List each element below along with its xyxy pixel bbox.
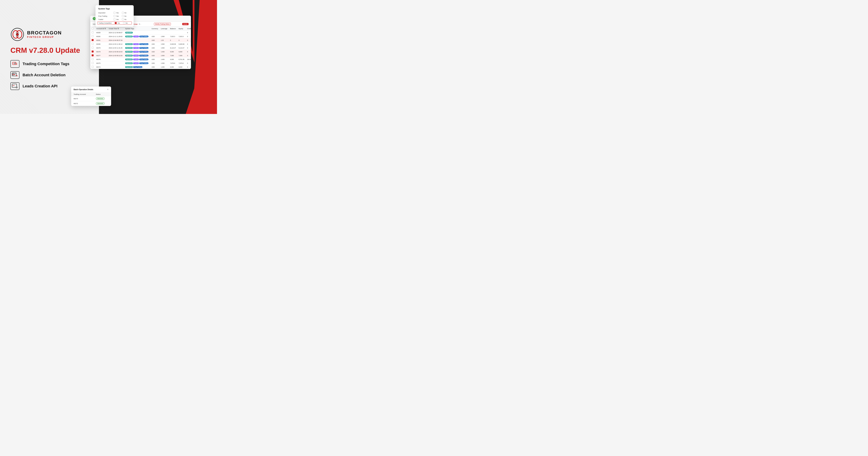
feature-icon-batch bbox=[10, 71, 20, 79]
col-create-time: Create Time ⇅ bbox=[107, 27, 124, 31]
table-row: 60281 2024-12-04 08:37:26 USD 1:25 0 0 0… bbox=[90, 38, 191, 42]
deposited-yes-group[interactable]: Yes bbox=[114, 12, 119, 14]
tag-row-traded: Traded Yes No bbox=[98, 19, 131, 20]
row-credit: 0 bbox=[186, 50, 191, 54]
table-row: 60283 2024-12-12 09:08:07 Deposited 0 98… bbox=[90, 31, 191, 34]
row-checkbox-cell bbox=[90, 50, 95, 54]
row-checkbox-cell bbox=[90, 34, 95, 38]
deposited-yes-checkbox[interactable] bbox=[114, 12, 116, 14]
row-system-tags: DepositedTradedProp Trading bbox=[124, 34, 150, 38]
row-checkbox[interactable] bbox=[92, 66, 94, 68]
feature-icon-api: API bbox=[10, 82, 20, 90]
tag-traded: Traded bbox=[133, 51, 139, 53]
row-checkbox[interactable] bbox=[92, 51, 94, 53]
prop-no-group[interactable]: No bbox=[122, 15, 127, 17]
competition-yes-label: Yes bbox=[117, 22, 120, 24]
row-balance: 9,000 bbox=[169, 57, 177, 61]
row-checkbox[interactable] bbox=[92, 54, 94, 56]
tag-prop-trading: Prop Trading bbox=[139, 47, 148, 49]
tag-icon bbox=[12, 61, 18, 66]
row-checkbox[interactable] bbox=[92, 31, 94, 33]
table-row: 60277 2024-12-03 08:13:26 DepositedTrade… bbox=[90, 54, 191, 57]
row-create-time: 2024-12-03 08:19:03 bbox=[107, 50, 124, 54]
col-leverage: Leverage bbox=[159, 27, 168, 31]
batch-table: Trading Account Status 60273 Success 602… bbox=[71, 93, 111, 106]
tag-name-traded: Traded bbox=[98, 19, 112, 20]
feature-icon-tag bbox=[10, 60, 20, 68]
batch-account: 60273 bbox=[71, 96, 93, 101]
row-balance: 5,928.58 bbox=[169, 42, 177, 46]
traded-no-checkbox[interactable] bbox=[122, 19, 124, 20]
row-currency: USD bbox=[150, 38, 159, 42]
row-leverage: 1:400 bbox=[159, 50, 168, 54]
row-leverage: 1:300 bbox=[159, 61, 168, 65]
tag-deposited: Deposited bbox=[125, 59, 133, 60]
row-system-tags: DepositedTradedProp Trading bbox=[124, 61, 150, 65]
svg-point-24 bbox=[17, 87, 17, 88]
api-icon: API bbox=[12, 84, 18, 89]
row-checkbox[interactable] bbox=[92, 39, 94, 41]
row-checkbox[interactable] bbox=[92, 62, 94, 64]
row-currency bbox=[150, 31, 159, 34]
row-equity: 9,000 bbox=[177, 50, 186, 54]
row-leverage: 1:500 bbox=[159, 54, 168, 57]
row-checkbox-cell bbox=[90, 61, 95, 65]
tag-row-deposited: Deposited Yes No bbox=[98, 12, 131, 14]
deposited-no-checkbox[interactable] bbox=[122, 12, 124, 14]
svg-text:API: API bbox=[12, 85, 14, 86]
row-credit: 0 bbox=[186, 34, 191, 38]
row-leverage bbox=[159, 31, 168, 34]
traded-yes-group[interactable]: Yes bbox=[114, 19, 119, 20]
row-currency: USD bbox=[150, 50, 159, 54]
row-credit: 0 bbox=[186, 42, 191, 46]
tag-prop-trading: Prop Trading bbox=[139, 36, 148, 37]
prop-no-checkbox[interactable] bbox=[122, 15, 124, 17]
prop-yes-group[interactable]: Yes bbox=[114, 15, 119, 17]
competition-yes-group[interactable]: Yes bbox=[115, 22, 120, 24]
modify-trading-status-btn[interactable]: Modify Trading Status bbox=[154, 23, 171, 25]
row-checkbox[interactable] bbox=[92, 47, 94, 49]
row-create-time bbox=[107, 65, 124, 69]
deposited-no-group[interactable]: No bbox=[122, 12, 127, 14]
brand-name: BROCTAGON bbox=[27, 30, 62, 36]
row-checkbox[interactable] bbox=[92, 58, 94, 60]
tag-name-competition: Trading Competition bbox=[98, 22, 113, 24]
row-equity: 7,023.3 bbox=[177, 34, 186, 38]
delete-btn[interactable]: Delete bbox=[182, 23, 189, 25]
tag-name-deposited: Deposited bbox=[98, 12, 112, 14]
competition-no-checkbox[interactable] bbox=[123, 22, 125, 24]
tag-traded: Traded bbox=[133, 62, 139, 64]
traded-yes-checkbox[interactable] bbox=[114, 19, 116, 20]
row-checkbox[interactable] bbox=[92, 35, 94, 37]
tag-deposited: Deposited bbox=[125, 32, 133, 33]
logo-text: BROCTAGON FINTECH GROUP bbox=[27, 30, 62, 38]
prop-no-label: No bbox=[124, 15, 127, 17]
row-leverage: 1:25 bbox=[159, 38, 168, 42]
svg-rect-16 bbox=[12, 75, 13, 76]
accounts-table: Account ID ⇅ Create Time ⇅ System Tags C… bbox=[90, 27, 191, 69]
select-all-checkbox[interactable] bbox=[92, 27, 94, 29]
row-create-time: 2024-12-12 09:08:07 bbox=[107, 31, 124, 34]
row-leverage: 1:500 bbox=[159, 34, 168, 38]
table-header-row: Account ID ⇅ Create Time ⇅ System Tags C… bbox=[90, 27, 191, 31]
row-balance: 9,000 bbox=[169, 65, 177, 69]
batch-popup-close[interactable]: ✕ bbox=[107, 88, 109, 91]
competition-yes-checkbox[interactable] bbox=[115, 22, 117, 24]
row-equity: 0 bbox=[177, 38, 186, 42]
traded-no-group[interactable]: No bbox=[122, 19, 127, 20]
row-equity: 7,000 bbox=[177, 54, 186, 57]
tag-deposited: Deposited bbox=[125, 62, 133, 64]
batch-col-account: Trading Account bbox=[71, 93, 93, 96]
prop-yes-checkbox[interactable] bbox=[114, 15, 116, 17]
row-leverage: 1:500 bbox=[159, 42, 168, 46]
row-create-time: 2024-12-11 11:29:02 bbox=[107, 34, 124, 38]
row-currency: USD bbox=[150, 42, 159, 46]
row-create-time: 2024-12-03 11:36:12 bbox=[107, 42, 124, 46]
row-credit: 0 bbox=[186, 54, 191, 57]
status-badge: Success bbox=[96, 97, 104, 100]
row-currency: USD bbox=[150, 57, 159, 61]
row-checkbox[interactable] bbox=[92, 43, 94, 45]
competition-no-group[interactable]: No bbox=[123, 22, 128, 24]
deposited-yes-label: Yes bbox=[116, 12, 119, 14]
col-balance: Balance bbox=[169, 27, 177, 31]
